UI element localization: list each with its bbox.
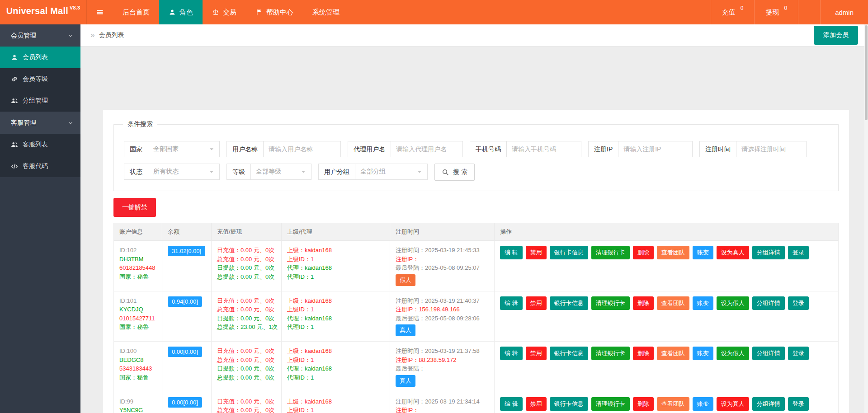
user-group-select[interactable]: 全部分组 bbox=[355, 164, 427, 179]
agent-line: 代理ID：1 bbox=[287, 323, 384, 332]
finance-line: 日充值：0.00 元、0次 bbox=[217, 296, 276, 305]
sidebar-item-member-list[interactable]: 会员列表 bbox=[0, 47, 80, 68]
sidebar-group-customer-service[interactable]: 客服管理 bbox=[0, 112, 80, 134]
search-button-label: 搜 索 bbox=[453, 168, 467, 176]
delete-button[interactable]: 删除 bbox=[633, 296, 654, 310]
top-navbar: Universal MallV8.3 后台首页角色交易帮助中心系统管理 充值0 … bbox=[0, 0, 868, 24]
view-team-button[interactable]: 查看团队 bbox=[657, 347, 689, 360]
agent-username-input[interactable] bbox=[391, 141, 462, 157]
sidebar-item-cs-list[interactable]: 客服列表 bbox=[0, 134, 80, 155]
search-row-2: 状态所有状态等级全部等级用户分组全部分组搜 索 bbox=[124, 164, 838, 181]
set-fake-button[interactable]: 设为假人 bbox=[717, 296, 749, 310]
search-button[interactable]: 搜 索 bbox=[434, 164, 475, 181]
group-detail-button[interactable]: 分组详情 bbox=[752, 246, 785, 259]
sidebar-item-group-management[interactable]: 分组管理 bbox=[0, 90, 80, 112]
status-select[interactable]: 所有状态 bbox=[148, 164, 219, 179]
nav-item-dashboard[interactable]: 后台首页 bbox=[113, 0, 159, 24]
group-detail-button[interactable]: 分组详情 bbox=[752, 296, 785, 310]
account-change-button[interactable]: 账变 bbox=[693, 246, 713, 259]
clear-bank-card-button[interactable]: 清理银行卡 bbox=[591, 347, 630, 360]
login-button[interactable]: 登录 bbox=[788, 296, 809, 310]
balance-cell: 0.00[0.00] bbox=[162, 342, 212, 392]
edit-button[interactable]: 编 辑 bbox=[500, 397, 523, 411]
clear-bank-card-button[interactable]: 清理银行卡 bbox=[591, 246, 630, 259]
sidebar-group-member-management-label: 会员管理 bbox=[11, 32, 36, 40]
account-change-button[interactable]: 账变 bbox=[693, 347, 713, 360]
agent-line: 代理：kaidan168 bbox=[287, 263, 384, 272]
nav-tab-help-center[interactable]: 帮助中心 bbox=[246, 0, 303, 24]
sidebar-item-member-level[interactable]: 会员等级 bbox=[0, 68, 80, 90]
user-group-select-label: 用户分组 bbox=[319, 164, 355, 179]
status-badge-row: 真人 bbox=[396, 375, 489, 387]
set-real-button[interactable]: 设为真人 bbox=[717, 397, 749, 411]
nav-tab-trade[interactable]: 交易 bbox=[203, 0, 246, 24]
sidebar-group-member-management[interactable]: 会员管理 bbox=[0, 24, 80, 47]
bank-card-info-button[interactable]: 银行卡信息 bbox=[550, 347, 588, 360]
scrollbar-thumb[interactable] bbox=[865, 25, 868, 120]
member-username: KYCDJQ bbox=[119, 305, 156, 314]
nav-tab-role[interactable]: 角色 bbox=[159, 0, 203, 24]
level-select[interactable]: 全部等级 bbox=[250, 164, 311, 179]
set-fake-button[interactable]: 设为假人 bbox=[717, 347, 749, 360]
brand-logo: Universal MallV8.3 bbox=[0, 0, 87, 24]
search-fieldset: 条件搜索 国家全部国家用户名称代理用户名手机号码注册IP注册时间 状态所有状态等… bbox=[113, 120, 839, 191]
account-change-button[interactable]: 账变 bbox=[693, 296, 713, 310]
login-button[interactable]: 登录 bbox=[788, 397, 809, 411]
group-detail-button[interactable]: 分组详情 bbox=[752, 397, 785, 411]
refresh-button[interactable] bbox=[798, 0, 820, 24]
delete-button[interactable]: 删除 bbox=[633, 397, 654, 411]
group-detail-button[interactable]: 分组详情 bbox=[752, 347, 785, 360]
edit-button[interactable]: 编 辑 bbox=[500, 246, 523, 259]
admin-menu[interactable]: admin bbox=[820, 0, 868, 24]
register-time-input[interactable] bbox=[736, 141, 806, 157]
view-team-button[interactable]: 查看团队 bbox=[657, 246, 689, 259]
delete-button[interactable]: 删除 bbox=[633, 347, 654, 360]
vertical-scrollbar[interactable] bbox=[864, 24, 868, 413]
view-team-button[interactable]: 查看团队 bbox=[657, 296, 689, 310]
agent-line: 代理ID：1 bbox=[287, 272, 384, 282]
disable-button[interactable]: 禁用 bbox=[526, 397, 547, 411]
register-time-input-label: 注册时间 bbox=[700, 141, 736, 157]
login-button[interactable]: 登录 bbox=[788, 246, 809, 259]
clear-bank-card-button[interactable]: 清理银行卡 bbox=[591, 296, 630, 310]
last-login: 最后登陆： bbox=[396, 364, 489, 373]
bank-card-info-button[interactable]: 银行卡信息 bbox=[550, 246, 588, 259]
search-legend: 条件搜索 bbox=[123, 120, 157, 128]
finance-line: 日提款：0.00 元、0次 bbox=[217, 314, 276, 323]
set-real-button[interactable]: 设为真人 bbox=[717, 246, 749, 259]
register-cell: 注册时间：2025-03-19 21:37:58注册IP：88.238.59.1… bbox=[390, 342, 495, 392]
table-row: ID:102DH3TBM60182185448国家：秘鲁31.02[0.00]日… bbox=[114, 241, 839, 291]
disable-button[interactable]: 禁用 bbox=[526, 296, 547, 310]
sidebar-item-group-management-label: 分组管理 bbox=[23, 97, 48, 105]
clear-bank-card-button[interactable]: 清理银行卡 bbox=[591, 397, 630, 411]
bank-card-info-button[interactable]: 银行卡信息 bbox=[550, 296, 588, 310]
disable-button[interactable]: 禁用 bbox=[526, 246, 547, 259]
nav-hamburger[interactable] bbox=[87, 0, 113, 24]
add-member-button[interactable]: 添加会员 bbox=[814, 26, 858, 45]
finance-line: 日充值：0.00 元、0次 bbox=[217, 397, 276, 406]
status-select-field: 状态所有状态 bbox=[124, 164, 220, 180]
bank-card-info-button[interactable]: 银行卡信息 bbox=[550, 397, 588, 411]
unban-button[interactable]: 一键解禁 bbox=[113, 198, 156, 217]
edit-button[interactable]: 编 辑 bbox=[500, 296, 523, 310]
agent-line: 上级ID：1 bbox=[287, 406, 384, 413]
person-icon bbox=[11, 54, 18, 61]
login-button[interactable]: 登录 bbox=[788, 347, 809, 360]
recharge-button[interactable]: 充值0 bbox=[711, 0, 755, 24]
column-header: 上级/代理 bbox=[282, 223, 390, 241]
username-input[interactable] bbox=[263, 141, 340, 157]
view-team-button[interactable]: 查看团队 bbox=[657, 397, 689, 411]
country-select[interactable]: 全部国家 bbox=[148, 141, 219, 157]
delete-button[interactable]: 删除 bbox=[633, 246, 654, 259]
phone-input[interactable] bbox=[506, 141, 581, 157]
disable-button[interactable]: 禁用 bbox=[526, 347, 547, 360]
edit-button[interactable]: 编 辑 bbox=[500, 347, 523, 360]
nav-tab-system[interactable]: 系统管理 bbox=[303, 0, 349, 24]
sidebar-item-cs-code[interactable]: 客服代码 bbox=[0, 155, 80, 177]
agent-line: 上级：kaidan168 bbox=[287, 296, 384, 305]
withdraw-button[interactable]: 提现0 bbox=[754, 0, 798, 24]
register-ip-input[interactable] bbox=[618, 141, 692, 157]
account-change-button[interactable]: 账变 bbox=[693, 397, 713, 411]
finance-line: 日充值：0.00 元、0次 bbox=[217, 347, 276, 356]
member-country: 国家：秘鲁 bbox=[119, 272, 156, 282]
